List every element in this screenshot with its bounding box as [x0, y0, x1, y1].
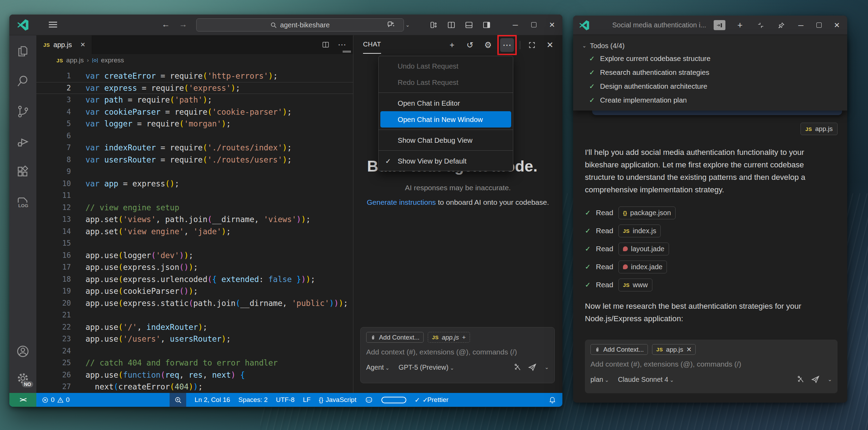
- code-line[interactable]: 17app.use(express.json());: [36, 261, 353, 273]
- maximize-panel-icon[interactable]: [526, 39, 538, 51]
- code-line[interactable]: 14app.set('view engine', 'jade');: [36, 226, 353, 238]
- code-line[interactable]: 1var createError = require('http-errors'…: [36, 70, 353, 82]
- code-line[interactable]: 9: [36, 166, 353, 178]
- formatter-status[interactable]: ✓✓ Prettier: [415, 396, 449, 404]
- mode-picker[interactable]: plan⌄: [590, 376, 609, 384]
- add-context-button[interactable]: Add Context...: [590, 344, 648, 355]
- code-line[interactable]: 16app.use(logger('dev'));: [36, 249, 353, 262]
- menu-icon[interactable]: [48, 20, 58, 29]
- chat-more-actions-icon[interactable]: ⋯: [500, 38, 514, 52]
- chevron-down-icon[interactable]: ⌄: [405, 22, 410, 28]
- new-chat-icon[interactable]: +: [734, 19, 746, 32]
- code-line[interactable]: 18app.use(express.urlencoded({ extended:…: [36, 273, 353, 286]
- chat-input-box[interactable]: Add Context... JS app.js + Add context (…: [360, 327, 555, 383]
- run-debug-icon[interactable]: [15, 134, 30, 149]
- breadcrumb-symbol[interactable]: express: [101, 56, 124, 64]
- chat-tab[interactable]: CHAT: [363, 41, 381, 50]
- code-line[interactable]: 6: [36, 130, 353, 142]
- toggle-panel-icon[interactable]: [464, 20, 473, 29]
- code-line[interactable]: 20app.use(express.static(path.join(__dir…: [36, 297, 353, 309]
- copilot-chat-icon[interactable]: [386, 20, 395, 29]
- maximize-icon[interactable]: [529, 21, 539, 29]
- send-options-chevron-icon[interactable]: ⌄: [544, 364, 549, 370]
- attached-file-chip[interactable]: JS app.js ✕: [652, 344, 696, 355]
- code-line[interactable]: 2var express = require('express');: [36, 82, 353, 94]
- chat-input-placeholder[interactable]: Add context (#), extensions (@), command…: [366, 348, 549, 356]
- code-line[interactable]: 27 next(createError(404));: [36, 381, 353, 393]
- code-line[interactable]: 12// view engine setup: [36, 202, 353, 214]
- source-control-icon[interactable]: [15, 104, 30, 119]
- code-line[interactable]: 22app.use('/', indexRouter);: [36, 321, 353, 333]
- mode-picker[interactable]: Agent⌄: [366, 363, 390, 371]
- minimize-icon[interactable]: ─: [796, 21, 806, 29]
- editor-more-actions-icon[interactable]: ⋯: [338, 40, 346, 50]
- settings-gear-icon[interactable]: NO: [15, 371, 30, 386]
- generate-instructions-link[interactable]: Generate instructions: [367, 198, 436, 206]
- add-attachment-icon[interactable]: +: [462, 334, 466, 341]
- new-chat-icon[interactable]: +: [446, 39, 458, 51]
- tab-appjs[interactable]: JS app.js ✕: [36, 35, 92, 54]
- add-context-button[interactable]: Add Context...: [366, 332, 424, 343]
- minimize-icon[interactable]: ─: [510, 21, 520, 29]
- menu-item[interactable]: Redo Last Request: [379, 74, 513, 90]
- cursor-position[interactable]: Ln 2, Col 16: [195, 396, 230, 404]
- chat-history-icon[interactable]: ↺: [464, 39, 476, 51]
- file-pill[interactable]: JSindex.js: [618, 225, 661, 237]
- file-pill[interactable]: JSwww: [618, 279, 652, 291]
- eol-status[interactable]: LF: [303, 396, 310, 404]
- split-editor-icon[interactable]: [447, 20, 456, 29]
- command-center-search[interactable]: agent-bikeshare: [196, 18, 404, 32]
- code-line[interactable]: 11: [36, 190, 353, 202]
- tab-close-icon[interactable]: ✕: [80, 41, 85, 49]
- breadcrumb-file[interactable]: app.js: [66, 56, 84, 64]
- close-window-icon[interactable]: ✕: [547, 21, 557, 29]
- copilot-status-icon[interactable]: [365, 396, 373, 404]
- model-picker[interactable]: Claude Sonnet 4⌄: [618, 376, 674, 384]
- collapse-window-icon[interactable]: [754, 19, 767, 32]
- code-line[interactable]: 21: [36, 309, 353, 321]
- file-pill[interactable]: {}package.json: [618, 207, 676, 219]
- model-picker[interactable]: GPT-5 (Preview)⌄: [399, 363, 454, 371]
- remove-attachment-icon[interactable]: ✕: [686, 346, 692, 353]
- menu-item[interactable]: Undo Last Request: [379, 58, 513, 74]
- send-icon[interactable]: [811, 375, 820, 384]
- used-file-badge[interactable]: JS app.js: [801, 123, 838, 135]
- notifications-bell-icon[interactable]: [549, 396, 556, 404]
- menu-item[interactable]: ✓Show View by Default: [379, 153, 513, 169]
- close-window-icon[interactable]: ✕: [832, 21, 842, 29]
- language-mode[interactable]: {}JavaScript: [319, 396, 356, 404]
- code-line[interactable]: 24: [36, 345, 353, 357]
- code-line[interactable]: 25// catch 404 and forward to error hand…: [36, 357, 353, 369]
- configure-tools-icon[interactable]: [796, 375, 805, 384]
- code-line[interactable]: 3var path = require('path');: [36, 94, 353, 106]
- code-line[interactable]: 26app.use(function(req, res, next) {: [36, 369, 353, 381]
- customize-layout-icon[interactable]: [429, 20, 438, 29]
- forward-icon[interactable]: →: [177, 19, 189, 29]
- code-line[interactable]: 15: [36, 237, 353, 249]
- configure-tools-icon[interactable]: [513, 363, 522, 371]
- encoding-status[interactable]: UTF-8: [276, 396, 295, 404]
- split-editor-right-icon[interactable]: [321, 40, 330, 49]
- code-line[interactable]: 19app.use(cookieParser());: [36, 285, 353, 297]
- zoom-status-button[interactable]: [170, 393, 186, 407]
- attached-file-chip[interactable]: JS app.js +: [428, 332, 470, 343]
- menu-item[interactable]: Open Chat in New Window: [380, 111, 511, 128]
- chat-settings-gear-icon[interactable]: ⚙: [482, 39, 494, 51]
- code-line[interactable]: 5var logger = require('morgan');: [36, 118, 353, 130]
- send-icon[interactable]: [528, 363, 537, 372]
- code-line[interactable]: 4var cookieParser = require('cookie-pars…: [36, 106, 353, 118]
- code-line[interactable]: 13app.set('views', path.join(__dirname, …: [36, 213, 353, 226]
- menu-item[interactable]: Show Chat Debug View: [379, 132, 513, 148]
- search-sidebar-icon[interactable]: [15, 74, 30, 89]
- pin-window-icon[interactable]: [775, 19, 788, 32]
- menu-item[interactable]: Open Chat in Editor: [379, 95, 513, 111]
- account-icon[interactable]: [15, 344, 30, 359]
- close-panel-icon[interactable]: ✕: [544, 39, 556, 51]
- code-line[interactable]: 8var usersRouter = require('./routes/use…: [36, 154, 353, 166]
- remote-indicator[interactable]: ><: [9, 393, 36, 407]
- problems-status[interactable]: 0 0: [42, 396, 70, 404]
- dock-chat-to-editor-icon[interactable]: [714, 20, 725, 30]
- code-line[interactable]: 10var app = express();: [36, 178, 353, 190]
- maximize-icon[interactable]: [814, 21, 824, 29]
- send-options-chevron-icon[interactable]: ⌄: [828, 376, 832, 383]
